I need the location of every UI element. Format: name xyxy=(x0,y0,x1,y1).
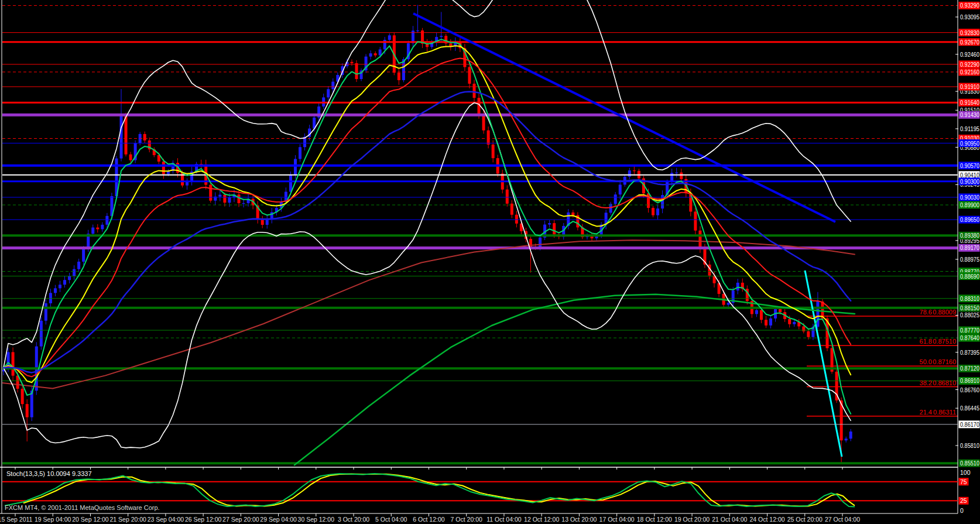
fib-price-label: 0.87510 xyxy=(933,338,956,345)
stoch-main-line xyxy=(5,474,855,507)
stoch-level-badge: 25 xyxy=(960,497,967,504)
price-level-badge: 0.88150 xyxy=(960,304,979,311)
price-tick-label: 0.85810 xyxy=(960,442,979,449)
fib-price-label: 0.88009 xyxy=(933,309,956,316)
price-tick-label: 0.93095 xyxy=(960,13,979,20)
time-axis-label: 18 Oct 12:00 xyxy=(637,516,672,523)
time-axis-label: 25 Oct 20:00 xyxy=(787,516,823,523)
price-tick-label: 0.88975 xyxy=(960,256,979,263)
price-level-badge: 0.87770 xyxy=(960,327,979,334)
price-level-badge: 0.88310 xyxy=(960,295,979,302)
price-tick-label: 0.86760 xyxy=(960,386,979,393)
time-axis-label: 23 Sep 04:00 xyxy=(148,516,184,523)
time-axis-label: 12 Oct 12:00 xyxy=(524,516,559,523)
indicator-overlays xyxy=(0,0,855,465)
time-axis-label: 20 Sep 12:00 xyxy=(72,516,109,523)
price-level-badge: 0.90300 xyxy=(960,178,979,185)
time-axis-label: 3 Oct 20:00 xyxy=(338,516,369,523)
price-level-badge: 0.90030 xyxy=(960,194,979,201)
price-level-badge: 0.86170 xyxy=(960,421,979,428)
price-level-badge: 0.91430 xyxy=(960,111,979,118)
price-level-badge: 0.92160 xyxy=(960,69,979,76)
time-axis-label: 21 Sep 20:00 xyxy=(109,516,146,523)
price-tick-label: 0.86445 xyxy=(960,405,979,412)
ema-13 xyxy=(4,46,851,382)
time-axis[interactable]: 15 Sep 201119 Sep 04:0020 Sep 12:0021 Se… xyxy=(0,467,860,523)
price-level-badge: 0.89650 xyxy=(960,216,979,223)
price-tick-label: 0.88025 xyxy=(960,311,979,318)
time-axis-label: 5 Oct 04:00 xyxy=(375,516,407,523)
price-level-badge: 0.86910 xyxy=(960,377,979,384)
fib-percent-label: 21.4 xyxy=(920,409,932,416)
price-tick-label: 0.91195 xyxy=(960,125,979,132)
stoch-scale-label: 0 xyxy=(960,507,964,514)
time-axis-label: 11 Oct 04:00 xyxy=(486,516,522,523)
ema-24 xyxy=(4,59,851,377)
fib-percent-label: 61.8 xyxy=(920,338,932,345)
time-axis-label: 26 Sep 12:00 xyxy=(185,516,222,523)
fib-price-label: 0.86810 xyxy=(933,379,956,386)
long-ma-crimson xyxy=(0,240,855,388)
time-axis-label: 17 Oct 04:00 xyxy=(599,516,635,523)
stoch-signal-line xyxy=(23,474,855,506)
price-level-badge: 0.92670 xyxy=(960,39,979,46)
time-axis-label: 27 Oct 04:00 xyxy=(825,516,860,523)
pane-borders xyxy=(0,0,958,513)
time-axis-label: 30 Sep 12:00 xyxy=(298,516,335,523)
mt4-chart-window: 78.60.8800961.80.8751050.00.8716038.20.8… xyxy=(0,0,980,524)
time-axis-label: 21 Oct 04:00 xyxy=(712,516,747,523)
stoch-level-badge: 75 xyxy=(960,478,967,485)
price-level-badge: 0.88690 xyxy=(960,273,979,280)
price-level-badge: 0.89170 xyxy=(960,244,979,251)
price-chart-canvas[interactable]: 78.60.8800961.80.8751050.00.8716038.20.8… xyxy=(0,0,980,524)
candles-layer xyxy=(2,5,852,463)
time-axis-label: 24 Oct 12:00 xyxy=(749,516,784,523)
price-level-badge: 0.85510 xyxy=(960,460,979,467)
stochastic-indicator-label: Stoch(13,3,5) 10.0094 9.3337 xyxy=(6,470,92,477)
fib-percent-label: 78.6 xyxy=(920,309,932,316)
stochastic-pane xyxy=(2,474,958,507)
bollinger-upper-band xyxy=(4,0,851,368)
price-level-badge: 0.92290 xyxy=(960,61,979,68)
time-axis-label: 19 Oct 20:00 xyxy=(674,516,710,523)
price-level-badge: 0.92830 xyxy=(960,29,979,36)
time-axis-label: 29 Sep 04:00 xyxy=(260,516,297,523)
time-axis-label: 13 Oct 20:00 xyxy=(561,516,597,523)
price-level-badge: 0.87640 xyxy=(960,334,979,341)
fib-price-label: 0.86311 xyxy=(933,409,956,416)
stoch-axis[interactable]: 10075250 xyxy=(959,469,971,514)
fib-percent-label: 50.0 xyxy=(920,358,932,365)
horizontal-level-lines[interactable] xyxy=(2,5,958,463)
time-axis-label: 27 Sep 20:00 xyxy=(222,516,259,523)
time-axis-label: 15 Sep 2011 xyxy=(0,516,33,523)
descending-blue-trendline[interactable] xyxy=(413,13,835,222)
platform-copyright: FXCM MT4, © 2001-2011 MetaQuotes Softwar… xyxy=(5,504,160,511)
price-level-badge: 0.93290 xyxy=(960,2,979,9)
price-level-badge: 0.90950 xyxy=(960,140,979,147)
price-level-badge: 0.89900 xyxy=(960,201,979,208)
time-axis-label: 7 Oct 20:00 xyxy=(451,516,482,523)
price-level-badge: 0.87120 xyxy=(960,365,979,372)
stoch-scale-label: 100 xyxy=(960,469,971,476)
price-level-badge: 0.91640 xyxy=(960,99,979,106)
fib-price-label: 0.87160 xyxy=(933,358,956,365)
price-level-badge: 0.89380 xyxy=(960,232,979,239)
price-axis[interactable]: 0.930950.924600.918300.915100.911950.908… xyxy=(955,0,980,513)
time-axis-label: 6 Oct 12:00 xyxy=(413,516,444,523)
time-axis-label: 19 Sep 04:00 xyxy=(35,516,71,523)
ema-5 xyxy=(4,39,851,414)
price-tick-label: 0.92460 xyxy=(960,51,979,58)
price-level-badge: 0.91910 xyxy=(960,83,979,90)
fib-percent-label: 38.2 xyxy=(920,379,932,386)
price-level-badge: 0.90570 xyxy=(960,162,979,169)
price-tick-label: 0.87395 xyxy=(960,349,979,356)
